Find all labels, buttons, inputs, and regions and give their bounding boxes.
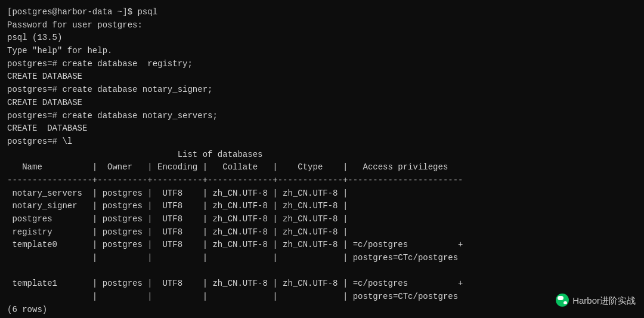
terminal-window: [postgres@harbor-data ~]$ psqlPassword f… (0, 0, 644, 318)
terminal-line: [postgres@harbor-data ~]$ psql (7, 6, 637, 19)
terminal-line: List of databases (7, 149, 637, 162)
terminal-line: notary_signer | postgres | UTF8 | zh_CN.… (7, 200, 637, 213)
terminal-line: Password for user postgres: (7, 19, 637, 32)
terminal-line: -----------------+----------+----------+… (7, 174, 637, 187)
terminal-line: | | | | | postgres=CTc/postgres (7, 252, 637, 265)
terminal-line: postgres | postgres | UTF8 | zh_CN.UTF-8… (7, 213, 637, 226)
terminal-line: template0 | postgres | UTF8 | zh_CN.UTF-… (7, 239, 637, 252)
terminal-line: postgres=# create database notary_signer… (7, 84, 637, 97)
terminal-line: postgres=# create database notary_server… (7, 110, 637, 123)
terminal-line: Name | Owner | Encoding | Collate | Ctyp… (7, 161, 637, 174)
terminal-line: CREATE DATABASE (7, 122, 637, 135)
watermark-text: Harbor进阶实战 (572, 294, 636, 307)
terminal-line: CREATE DATABASE (7, 97, 637, 110)
terminal-line (7, 265, 637, 278)
terminal-line: (6 rows) (7, 304, 637, 317)
terminal-line: postgres=# create database registry; (7, 58, 637, 71)
terminal-line: registry | postgres | UTF8 | zh_CN.UTF-8… (7, 226, 637, 239)
watermark: Harbor进阶实战 (556, 294, 636, 307)
terminal-line: Type "help" for help. (7, 45, 637, 58)
wechat-icon (556, 294, 569, 307)
terminal-line: postgres=# \l (7, 135, 637, 149)
terminal-line: | | | | | postgres=CTc/postgres (7, 291, 637, 304)
terminal-line: psql (13.5) (7, 32, 637, 45)
terminal-line: CREATE DATABASE (7, 70, 637, 84)
terminal-content: [postgres@harbor-data ~]$ psqlPassword f… (7, 6, 637, 318)
terminal-line: notary_servers | postgres | UTF8 | zh_CN… (7, 187, 637, 200)
terminal-line: template1 | postgres | UTF8 | zh_CN.UTF-… (7, 277, 637, 291)
